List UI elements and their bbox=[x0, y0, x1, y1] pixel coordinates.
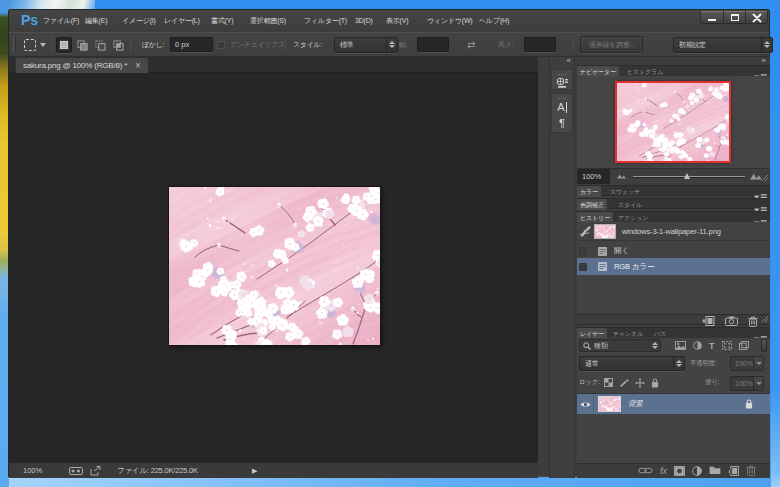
menu-window[interactable]: ウィンドウ(W) bbox=[427, 10, 473, 32]
menu-layer[interactable]: レイヤー(L) bbox=[164, 10, 200, 32]
3d-panel-icon[interactable] bbox=[552, 75, 572, 91]
spinner-icon bbox=[386, 38, 397, 52]
lock-position-icon[interactable] bbox=[635, 378, 645, 388]
width-input[interactable] bbox=[417, 37, 449, 52]
style-dropdown[interactable]: 標準 bbox=[334, 37, 398, 53]
navigator-preview[interactable] bbox=[615, 81, 731, 163]
collapsed-group-type: A ¶ bbox=[551, 93, 573, 133]
layer-row-background[interactable]: 背景 bbox=[577, 394, 770, 414]
spinner-icon bbox=[649, 340, 660, 351]
open-image[interactable] bbox=[169, 187, 380, 345]
link-layers-icon[interactable] bbox=[638, 467, 653, 474]
history-snapshot-row[interactable]: windows-3-1-wallpaper-11.png bbox=[577, 222, 770, 241]
panel-menu-icon[interactable] bbox=[754, 330, 767, 338]
history-source-well[interactable] bbox=[579, 247, 587, 255]
filter-shape-layers-icon[interactable] bbox=[722, 341, 732, 350]
zoom-out-icon[interactable] bbox=[617, 173, 626, 179]
menu-help[interactable]: ヘルプ(H) bbox=[479, 10, 509, 32]
delete-state-icon[interactable] bbox=[748, 316, 758, 327]
new-adjustment-layer-icon[interactable] bbox=[692, 466, 702, 476]
opacity-dropdown[interactable]: 100% bbox=[730, 356, 764, 371]
subtract-from-selection-button[interactable] bbox=[92, 37, 108, 53]
mini-bridge-icon[interactable] bbox=[69, 467, 83, 475]
intersect-selection-icon bbox=[113, 40, 124, 51]
add-layer-mask-icon[interactable] bbox=[674, 466, 685, 476]
workspace-dropdown[interactable]: 初期設定 bbox=[673, 37, 773, 53]
blend-mode-dropdown[interactable]: 通常 bbox=[579, 356, 685, 371]
filter-type-layers-icon[interactable]: T bbox=[709, 341, 715, 351]
layer-lock-icon bbox=[745, 399, 753, 409]
filter-adjustment-layers-icon[interactable] bbox=[693, 341, 702, 350]
close-button[interactable] bbox=[745, 11, 767, 23]
filter-smart-objects-icon[interactable] bbox=[739, 341, 749, 350]
tab-close-icon[interactable]: × bbox=[135, 61, 141, 71]
blend-mode-value: 通常 bbox=[585, 359, 598, 369]
menu-3d[interactable]: 3D(D) bbox=[355, 10, 373, 32]
feather-input[interactable]: 0 px bbox=[170, 37, 213, 52]
intersect-selection-button[interactable] bbox=[110, 37, 126, 53]
menu-image[interactable]: イメージ(I) bbox=[122, 10, 156, 32]
share-icon[interactable] bbox=[90, 466, 101, 476]
status-popup-arrow-icon[interactable]: ▶ bbox=[252, 467, 257, 475]
tab-swatches[interactable]: スウォッチ bbox=[607, 186, 643, 197]
new-layer-icon[interactable] bbox=[728, 466, 739, 476]
title-bar: Ps ファイル(F) 編集(E) イメージ(I) レイヤー(L) 書式(Y) 選… bbox=[9, 10, 769, 32]
expand-dock-icon[interactable]: « bbox=[550, 57, 574, 65]
menu-view[interactable]: 表示(V) bbox=[386, 10, 408, 32]
layers-panel-footer: fx bbox=[577, 463, 770, 477]
menu-edit[interactable]: 編集(E) bbox=[85, 10, 107, 32]
history-source-well[interactable] bbox=[579, 263, 587, 271]
filter-pixel-layers-icon[interactable] bbox=[675, 341, 686, 350]
collapse-dock-icon[interactable]: » bbox=[577, 57, 770, 65]
status-zoom-level[interactable]: 100% bbox=[23, 466, 42, 475]
new-selection-button[interactable] bbox=[56, 37, 72, 53]
character-panel-icon[interactable]: A bbox=[552, 99, 572, 115]
menu-select[interactable]: 選択範囲(S) bbox=[250, 10, 286, 32]
zoom-in-icon[interactable] bbox=[750, 172, 762, 180]
layer-visibility-well[interactable] bbox=[577, 394, 594, 414]
slider-thumb[interactable] bbox=[684, 173, 690, 179]
lock-transparency-icon[interactable] bbox=[604, 378, 613, 387]
delete-layer-icon[interactable] bbox=[746, 465, 756, 476]
history-step-row-selected[interactable]: RGB カラー bbox=[577, 258, 770, 275]
maximize-button[interactable] bbox=[723, 11, 745, 23]
tab-adjustments[interactable]: 色調補正 bbox=[577, 199, 607, 210]
tab-color[interactable]: カラー bbox=[577, 186, 601, 197]
panel-menu-icon[interactable] bbox=[754, 188, 767, 196]
lock-pixels-icon[interactable] bbox=[619, 378, 629, 387]
desktop-wallpaper-right bbox=[771, 0, 780, 487]
panel-resize-grip[interactable] bbox=[762, 316, 769, 323]
swap-dimensions-icon[interactable]: ⇄ bbox=[467, 33, 475, 56]
panel-resize-grip[interactable] bbox=[762, 175, 769, 182]
fill-dropdown[interactable]: 100% bbox=[730, 376, 764, 391]
layer-name: 背景 bbox=[628, 399, 643, 409]
panel-menu-icon[interactable] bbox=[754, 214, 767, 222]
layer-thumbnail[interactable] bbox=[598, 396, 621, 412]
status-file-info[interactable]: ファイル: 225.0K/225.0K bbox=[117, 466, 198, 476]
lock-all-icon[interactable] bbox=[651, 378, 659, 388]
panel-menu-icon[interactable] bbox=[754, 201, 767, 209]
minimize-button[interactable] bbox=[701, 11, 723, 23]
new-snapshot-icon[interactable] bbox=[725, 316, 738, 326]
menu-type[interactable]: 書式(Y) bbox=[211, 10, 233, 32]
navigator-zoom-input[interactable]: 100% bbox=[577, 169, 610, 184]
tool-preset-picker[interactable] bbox=[21, 33, 49, 56]
new-document-from-state-icon[interactable] bbox=[702, 316, 715, 326]
refine-edge-button[interactable]: 境界線を調整... bbox=[580, 36, 643, 53]
layer-filter-dropdown[interactable]: 種類 bbox=[579, 339, 661, 352]
layer-style-icon[interactable]: fx bbox=[660, 466, 667, 476]
antialias-checkbox[interactable] bbox=[217, 41, 225, 49]
panel-menu-icon[interactable] bbox=[754, 68, 767, 76]
new-group-icon[interactable] bbox=[709, 466, 721, 475]
history-step-row[interactable]: 開く bbox=[577, 244, 770, 258]
tab-styles[interactable]: スタイル bbox=[615, 199, 645, 210]
add-to-selection-button[interactable] bbox=[74, 37, 90, 53]
document-tab[interactable]: sakura.png @ 100% (RGB/8) * × bbox=[15, 57, 149, 73]
options-bar-grip[interactable] bbox=[13, 37, 16, 52]
filtering-toggle[interactable] bbox=[761, 339, 767, 352]
canvas[interactable] bbox=[9, 73, 538, 462]
paragraph-panel-icon[interactable]: ¶ bbox=[552, 115, 572, 131]
menu-filter[interactable]: フィルター(T) bbox=[304, 10, 347, 32]
menu-file[interactable]: ファイル(F) bbox=[43, 10, 79, 32]
height-input[interactable] bbox=[524, 37, 556, 52]
